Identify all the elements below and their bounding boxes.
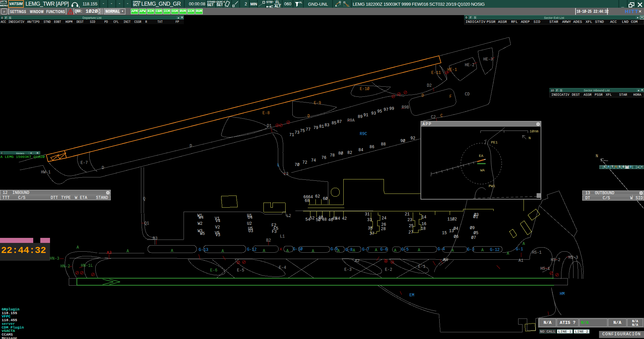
svg-text:4Ø: 4Ø — [318, 215, 323, 220]
svg-text:44: 44 — [335, 216, 340, 221]
svg-text:A1: A1 — [518, 258, 523, 263]
svg-text:A: A — [286, 249, 289, 253]
svg-text:77: 77 — [306, 127, 310, 132]
svg-text:U3: U3 — [248, 229, 253, 234]
svg-text:HN-1L: HN-1L — [81, 263, 93, 268]
svg-text:37: 37 — [369, 231, 374, 236]
svg-text:68: 68 — [305, 199, 309, 203]
svg-text:G-12: G-12 — [490, 248, 500, 252]
svg-text:83: 83 — [325, 123, 329, 128]
svg-text:62: 62 — [315, 194, 320, 199]
svg-text:81: 81 — [319, 124, 324, 129]
svg-text:G-6: G-6 — [380, 247, 388, 252]
svg-text:Ø4: Ø4 — [453, 226, 458, 231]
svg-text:35: 35 — [368, 226, 373, 231]
svg-text:PW1: PW1 — [489, 184, 495, 188]
svg-text:V2: V2 — [215, 225, 220, 230]
svg-text:78: 78 — [330, 153, 335, 158]
svg-text:E-4: E-4 — [279, 265, 286, 270]
svg-text:71: 71 — [289, 133, 294, 137]
svg-text:V4: V4 — [215, 219, 220, 223]
svg-text:D1: D1 — [267, 124, 271, 128]
svg-text:91: 91 — [363, 113, 368, 118]
svg-text:E-2: E-2 — [385, 267, 392, 272]
svg-text:HS-3: HS-3 — [568, 255, 578, 260]
svg-text:E-5: E-5 — [237, 268, 244, 273]
svg-text:EM: EM — [409, 293, 414, 298]
svg-text:15: 15 — [442, 231, 447, 236]
svg-text:E-6: E-6 — [210, 268, 217, 273]
svg-text:D: D — [307, 114, 310, 119]
svg-text:PE1: PE1 — [491, 140, 498, 144]
svg-text:75: 75 — [300, 129, 305, 133]
svg-text:D2: D2 — [427, 83, 432, 88]
svg-text:73: 73 — [295, 130, 299, 135]
svg-text:A2: A2 — [355, 259, 359, 263]
svg-text:Q: Q — [143, 197, 145, 201]
svg-text:11: 11 — [447, 217, 452, 222]
svg-text:E-3: E-3 — [344, 267, 352, 272]
svg-text:V3: V3 — [215, 233, 220, 238]
svg-text:52: 52 — [310, 216, 314, 221]
svg-text:F: F — [449, 94, 452, 99]
svg-text:Ø1: Ø1 — [473, 215, 478, 219]
svg-text:HN-3: HN-3 — [50, 256, 59, 261]
svg-text:D: D — [422, 93, 424, 98]
svg-text:A: A — [523, 242, 525, 246]
svg-text:Ø7: Ø7 — [471, 236, 476, 240]
svg-text:D: D — [102, 166, 104, 170]
svg-text:G-1Ø: G-1Ø — [293, 247, 303, 252]
svg-text:EA: EA — [479, 154, 484, 158]
svg-text:7Ø: 7Ø — [295, 163, 299, 167]
svg-text:33: 33 — [367, 218, 372, 222]
svg-text:E-8: E-8 — [262, 111, 270, 116]
svg-text:HS-1: HS-1 — [532, 250, 542, 255]
svg-text:C: C — [440, 114, 443, 118]
svg-text:E-11: E-11 — [431, 71, 441, 75]
svg-text:HE-1: HE-1 — [447, 68, 457, 72]
svg-text:76: 76 — [321, 156, 326, 160]
svg-text:14: 14 — [422, 215, 426, 220]
svg-text:Ø5: Ø5 — [474, 231, 478, 236]
svg-text:89: 89 — [358, 115, 362, 119]
svg-text:G-9: G-9 — [331, 247, 338, 252]
svg-text:E-7: E-7 — [81, 161, 88, 165]
svg-text:G-8: G-8 — [345, 248, 353, 252]
svg-text:27: 27 — [408, 230, 413, 235]
svg-text:G-12: G-12 — [247, 247, 257, 252]
svg-text:87: 87 — [337, 120, 342, 124]
svg-text:L2: L2 — [286, 214, 291, 218]
svg-text:A: A — [312, 249, 314, 254]
svg-text:HS-2: HS-2 — [551, 258, 560, 262]
svg-text:HS-1: HS-1 — [540, 266, 550, 271]
svg-text:N: N — [596, 154, 598, 159]
svg-text:1Ønm: 1Ønm — [530, 129, 539, 133]
svg-text:85: 85 — [332, 121, 336, 126]
svg-text:Ø2: Ø2 — [452, 217, 457, 222]
svg-text:HW-1: HW-1 — [41, 170, 51, 175]
svg-text:84: 84 — [358, 148, 363, 153]
svg-text:97: 97 — [384, 108, 388, 112]
svg-text:A: A — [481, 248, 484, 253]
svg-text:28: 28 — [381, 227, 386, 231]
svg-text:E-9: E-9 — [314, 101, 321, 105]
svg-text:26: 26 — [381, 222, 386, 227]
svg-text:W2: W2 — [198, 221, 202, 226]
svg-text:L1: L1 — [280, 234, 285, 239]
svg-text:HE-3: HE-3 — [483, 57, 493, 62]
svg-text:92: 92 — [410, 136, 415, 141]
svg-text:86: 86 — [369, 145, 374, 150]
svg-text:Q1: Q1 — [144, 221, 149, 226]
svg-text:HM: HM — [560, 292, 564, 296]
svg-text:13: 13 — [449, 229, 454, 234]
svg-text:A: A — [507, 251, 509, 256]
svg-text:24: 24 — [382, 216, 386, 221]
svg-text:72: 72 — [302, 160, 307, 165]
svg-text:E-1Ø: E-1Ø — [360, 87, 369, 91]
svg-text:A: A — [418, 248, 420, 253]
svg-text:A: A — [221, 249, 224, 254]
svg-text:93: 93 — [371, 111, 376, 116]
svg-text:95: 95 — [377, 109, 382, 114]
svg-text:R9A: R9A — [347, 118, 355, 123]
svg-text:A: A — [375, 248, 378, 253]
